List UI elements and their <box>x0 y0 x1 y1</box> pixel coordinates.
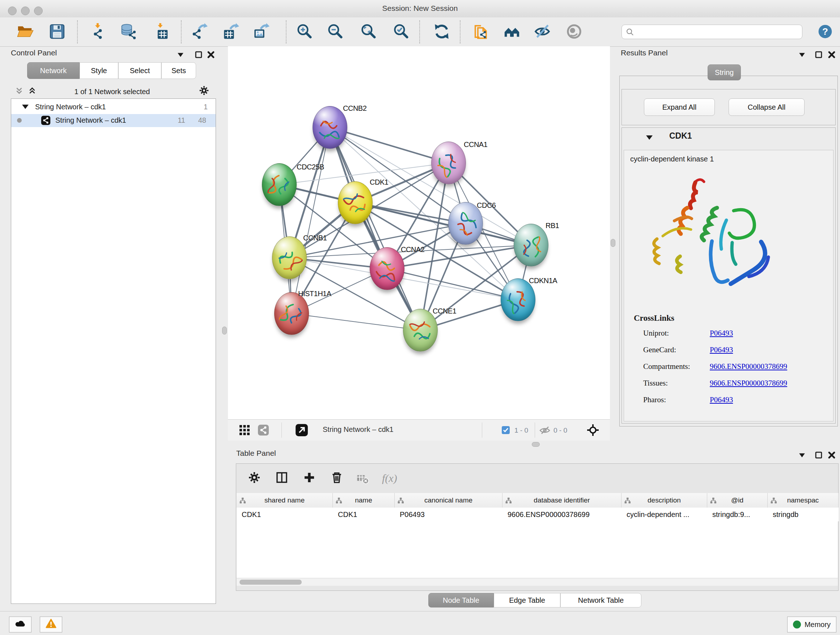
column-header-name[interactable]: name <box>333 493 395 508</box>
results-panel-close-icon[interactable] <box>828 51 836 59</box>
table-panel-float-icon[interactable] <box>815 451 823 459</box>
show-hide-graphics-icon[interactable] <box>534 23 551 40</box>
network-node-HIST1H1A[interactable] <box>274 292 309 335</box>
overview-eye-icon[interactable] <box>566 23 583 40</box>
create-column-icon[interactable] <box>303 471 316 484</box>
network-node-CDC25B[interactable] <box>262 163 297 206</box>
first-neighbors-icon[interactable] <box>504 23 520 40</box>
tab-style[interactable]: Style <box>80 62 118 79</box>
table-panel-menu-icon[interactable] <box>798 451 806 459</box>
grid-view-icon[interactable] <box>239 424 250 436</box>
tab-node-table[interactable]: Node Table <box>428 593 494 608</box>
network-options-gear-icon[interactable] <box>199 86 209 96</box>
crosslink-link[interactable]: P06493 <box>710 345 733 355</box>
export-image-icon[interactable] <box>253 23 270 40</box>
tab-string[interactable]: String <box>707 65 741 80</box>
import-network-database-icon[interactable] <box>120 23 137 40</box>
table-row[interactable]: CDK1CDK1P064939606.ENSP00000378699cyclin… <box>237 508 838 521</box>
fit-selection-crosshair-icon[interactable] <box>587 424 599 436</box>
zoom-out-icon[interactable] <box>327 23 343 40</box>
control-panel-float-icon[interactable] <box>195 51 202 59</box>
crosslink-link[interactable]: 9606.ENSP00000378699 <box>710 362 787 371</box>
cloud-icon <box>15 618 26 631</box>
table-cell[interactable]: CDK1 <box>333 508 395 521</box>
left-splitter-handle[interactable] <box>222 326 227 334</box>
table-cell[interactable]: stringdb:9... <box>707 508 767 521</box>
zoom-fit-icon[interactable] <box>360 23 377 40</box>
column-header-description[interactable]: description <box>622 493 707 508</box>
collapse-all-button[interactable]: Collapse All <box>729 98 805 116</box>
search-field[interactable] <box>622 25 802 39</box>
hidden-elements-icon[interactable] <box>539 424 551 436</box>
gene-name: CDK1 <box>669 131 692 141</box>
results-panel-menu-icon[interactable] <box>798 51 806 59</box>
tab-sets[interactable]: Sets <box>161 62 196 79</box>
table-cell[interactable]: cyclin-dependent ... <box>622 508 707 521</box>
warning-status-button[interactable] <box>40 616 62 632</box>
search-input[interactable] <box>638 26 798 38</box>
selected-nodes-checkbox[interactable] <box>501 426 510 434</box>
table-cell[interactable]: CDK1 <box>237 508 333 521</box>
delete-table-icon[interactable] <box>357 473 369 485</box>
tab-edge-table[interactable]: Edge Table <box>494 593 561 608</box>
network-node-CCNA1[interactable] <box>431 141 466 184</box>
tab-network[interactable]: Network <box>27 62 80 79</box>
help-icon[interactable]: ? <box>818 24 833 39</box>
new-network-selection-icon[interactable] <box>473 23 490 40</box>
zoom-in-icon[interactable] <box>296 23 313 40</box>
bottom-splitter-handle[interactable] <box>532 442 540 447</box>
table-cell[interactable]: stringdb <box>767 508 838 521</box>
network-node-RB1[interactable] <box>514 224 548 266</box>
tab-select[interactable]: Select <box>118 62 161 79</box>
table-cell[interactable]: 9606.ENSP00000378699 <box>502 508 622 521</box>
import-network-file-icon[interactable] <box>90 23 107 40</box>
control-panel-close-icon[interactable] <box>207 51 215 59</box>
refresh-layout-icon[interactable] <box>433 23 450 40</box>
expand-all-button[interactable]: Expand All <box>644 98 715 116</box>
expand-all-networks-icon[interactable] <box>28 87 36 95</box>
function-builder-icon[interactable]: f(x) <box>382 472 397 485</box>
table-panel-close-icon[interactable] <box>828 451 836 459</box>
column-header--id[interactable]: @id <box>707 493 767 508</box>
crosslink-link[interactable]: P06493 <box>710 395 733 404</box>
network-node-CCNB2[interactable] <box>313 106 347 149</box>
right-splitter-handle[interactable] <box>611 239 615 247</box>
network-tree-root-row[interactable]: String Network – cdk1 1 <box>11 101 216 114</box>
main-toolbar: ? <box>0 17 840 47</box>
collapse-all-networks-icon[interactable] <box>15 87 23 95</box>
table-cell[interactable]: P06493 <box>395 508 502 521</box>
cloud-status-button[interactable] <box>9 616 32 632</box>
column-header-canonical-name[interactable]: canonical name <box>395 493 502 508</box>
network-node-CCNA2[interactable] <box>370 247 404 290</box>
network-node-CCNB1[interactable] <box>272 236 307 279</box>
export-network-icon[interactable] <box>191 23 208 40</box>
column-label: database identifier <box>534 496 590 504</box>
crosslink-link[interactable]: P06493 <box>710 329 733 338</box>
table-options-gear-icon[interactable] <box>248 471 261 484</box>
show-columns-icon[interactable] <box>276 471 288 484</box>
zoom-selected-icon[interactable] <box>393 23 409 40</box>
column-header-database-identifier[interactable]: database identifier <box>502 493 622 508</box>
string-view-icon[interactable] <box>257 424 269 436</box>
network-tree-row-selected[interactable]: String Network – cdk1 11 48 <box>11 114 216 127</box>
crosslink-link[interactable]: 9606.ENSP00000378699 <box>710 379 787 388</box>
tab-network-table[interactable]: Network Table <box>561 593 641 608</box>
column-header-shared-name[interactable]: shared name <box>237 493 333 508</box>
results-panel-float-icon[interactable] <box>815 51 823 59</box>
birdseye-view-icon[interactable] <box>295 424 308 437</box>
network-canvas[interactable]: CCNB2CCNA1CDC25BCDK1CDC6RB1CCNB1CCNA2CDK… <box>228 46 610 419</box>
memory-button[interactable]: Memory <box>787 616 836 632</box>
table-horizontal-scrollbar[interactable] <box>237 578 838 586</box>
open-file-icon[interactable] <box>17 23 34 40</box>
export-table-icon[interactable] <box>223 23 239 40</box>
import-table-icon[interactable] <box>153 23 170 40</box>
gene-disclosure-triangle-icon[interactable] <box>646 135 653 140</box>
scrollbar-thumb[interactable] <box>240 580 302 585</box>
disclosure-triangle-icon[interactable] <box>22 105 28 109</box>
network-node-CDK1[interactable] <box>338 181 373 224</box>
column-header-namespac[interactable]: namespac <box>767 493 838 508</box>
save-session-icon[interactable] <box>49 23 65 40</box>
protein-structure-icon <box>501 279 535 321</box>
delete-column-icon[interactable] <box>331 471 343 484</box>
control-panel-menu-icon[interactable] <box>177 51 185 59</box>
